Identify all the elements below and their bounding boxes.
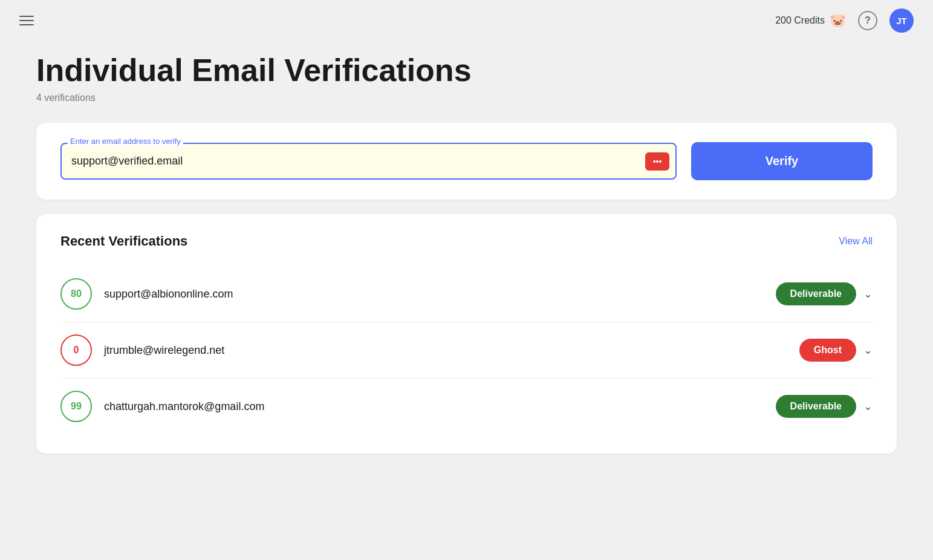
status-badge: Ghost — [799, 339, 856, 362]
card-title: Recent Verifications — [60, 233, 187, 249]
row-right: Ghost ⌄ — [799, 339, 873, 362]
chevron-down-icon[interactable]: ⌄ — [863, 343, 873, 357]
header-right: 200 Credits 🐷 ? JT — [775, 8, 914, 33]
verifications-card: Recent Verifications View All 80 support… — [36, 214, 897, 454]
status-badge: Deliverable — [776, 395, 856, 418]
piggy-icon: 🐷 — [830, 13, 846, 28]
verification-row: 99 chatturgah.mantorok@gmail.com Deliver… — [60, 379, 873, 434]
score-badge: 99 — [60, 391, 92, 422]
input-card: Enter an email address to verify ••• Ver… — [36, 123, 897, 200]
view-all-link[interactable]: View All — [839, 236, 873, 247]
header: 200 Credits 🐷 ? JT — [0, 0, 933, 41]
dots-icon: ••• — [653, 157, 662, 166]
status-badge: Deliverable — [776, 282, 856, 305]
credits-badge: 200 Credits 🐷 — [775, 13, 846, 28]
score-badge: 80 — [60, 278, 92, 310]
email-text: support@albiononline.com — [104, 288, 233, 301]
email-input-wrapper: Enter an email address to verify ••• — [60, 143, 677, 180]
main-content: Individual Email Verifications 4 verific… — [0, 41, 933, 478]
email-input[interactable] — [60, 143, 677, 180]
credits-label: 200 Credits — [775, 15, 825, 26]
page-title: Individual Email Verifications — [36, 53, 897, 88]
chevron-down-icon[interactable]: ⌄ — [863, 400, 873, 413]
card-header: Recent Verifications View All — [60, 233, 873, 249]
verification-list: 80 support@albiononline.com Deliverable … — [60, 266, 873, 434]
score-badge: 0 — [60, 334, 92, 366]
verification-row: 80 support@albiononline.com Deliverable … — [60, 266, 873, 322]
row-right: Deliverable ⌄ — [776, 282, 873, 305]
row-left: 99 chatturgah.mantorok@gmail.com — [60, 391, 264, 422]
avatar[interactable]: JT — [889, 8, 914, 33]
verification-row: 0 jtrumble@wirelegend.net Ghost ⌄ — [60, 322, 873, 379]
input-icon-button[interactable]: ••• — [645, 152, 669, 171]
verify-button[interactable]: Verify — [691, 142, 873, 180]
page-subtitle: 4 verifications — [36, 93, 897, 103]
hamburger-menu-icon[interactable] — [19, 16, 34, 25]
chevron-down-icon[interactable]: ⌄ — [863, 287, 873, 301]
email-input-label: Enter an email address to verify — [68, 137, 183, 146]
email-text: jtrumble@wirelegend.net — [104, 344, 224, 357]
row-right: Deliverable ⌄ — [776, 395, 873, 418]
row-left: 0 jtrumble@wirelegend.net — [60, 334, 224, 366]
email-text: chatturgah.mantorok@gmail.com — [104, 400, 264, 413]
row-left: 80 support@albiononline.com — [60, 278, 233, 310]
help-icon[interactable]: ? — [858, 11, 877, 30]
header-left — [19, 16, 34, 25]
